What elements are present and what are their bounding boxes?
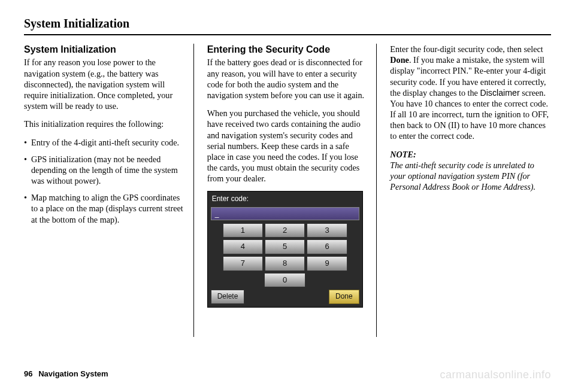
page-number: 96 <box>24 369 32 378</box>
list-item: Map matching to align the GPS coordinate… <box>24 192 185 225</box>
page-title: System Initialization <box>24 17 551 35</box>
key-1[interactable]: 1 <box>223 223 263 238</box>
numeric-key-grid: 1 2 3 4 5 6 7 8 9 <box>210 223 361 271</box>
list-item: Entry of the 4-digit anti-theft security… <box>24 137 185 148</box>
keypad-actions: Delete Done <box>210 290 361 305</box>
security-code-keypad: Enter code: _ 1 2 3 4 5 6 7 8 9 0 Delete… <box>207 191 363 307</box>
done-text: Done <box>390 55 409 65</box>
watermark: carmanualsonline.info <box>440 369 551 381</box>
key-3[interactable]: 3 <box>307 223 347 238</box>
key-4[interactable]: 4 <box>223 239 263 254</box>
col2-heading: Entering the Security Code <box>207 44 368 56</box>
zero-row: 0 <box>210 273 361 288</box>
key-0[interactable]: 0 <box>264 273 305 288</box>
column-2: Entering the Security Code If the batter… <box>207 44 377 337</box>
key-5[interactable]: 5 <box>265 239 305 254</box>
col2-para-2: When you purchased the vehicle, you shou… <box>207 108 368 184</box>
col1-para-2: This initialization requires the followi… <box>24 118 185 129</box>
text-run: Enter the four-digit security code, then… <box>390 44 543 54</box>
code-entry-field[interactable]: _ <box>211 207 359 220</box>
key-2[interactable]: 2 <box>265 223 305 238</box>
disclaimer-text: Disclaimer <box>480 88 519 98</box>
column-1: System Initialization If for any reason … <box>24 44 194 337</box>
key-9[interactable]: 9 <box>307 256 347 271</box>
content-columns: System Initialization If for any reason … <box>24 44 551 337</box>
note-text: The anti-theft security code is unrelate… <box>390 160 535 192</box>
note-block: NOTE: The anti-theft security code is un… <box>390 149 551 193</box>
col1-para-1: If for any reason you lose power to the … <box>24 57 185 111</box>
done-button[interactable]: Done <box>329 290 359 303</box>
col1-bullet-list: Entry of the 4-digit anti-theft security… <box>24 137 185 225</box>
key-8[interactable]: 8 <box>265 256 305 271</box>
column-3: Enter the four-digit security code, then… <box>390 44 551 337</box>
page-footer: 96 Navigation System <box>24 369 108 379</box>
col3-para-1: Enter the four-digit security code, then… <box>390 44 551 142</box>
list-item: GPS initialization (may not be needed de… <box>24 154 185 187</box>
col1-heading: System Initialization <box>24 44 185 56</box>
key-7[interactable]: 7 <box>223 256 263 271</box>
col2-para-1: If the battery goes dead or is disconnec… <box>207 57 368 101</box>
delete-button[interactable]: Delete <box>211 290 245 303</box>
footer-section: Navigation System <box>38 369 108 378</box>
key-6[interactable]: 6 <box>307 239 347 254</box>
note-label: NOTE: <box>390 150 416 159</box>
keypad-title: Enter code: <box>210 193 361 205</box>
